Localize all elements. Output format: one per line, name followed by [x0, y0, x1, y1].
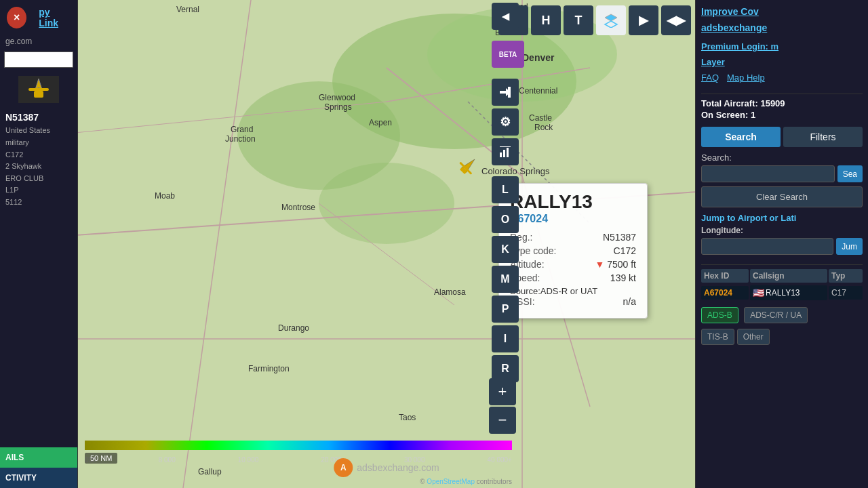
adsbexchange-link[interactable]: adsbexchange [701, 22, 863, 35]
copy-link[interactable]: py Link [33, 4, 75, 31]
td-hex: A67024 [701, 286, 749, 300]
svg-rect-48 [500, 152, 502, 157]
btn-login[interactable] [492, 79, 519, 106]
alt-label-2: 10 000 [238, 456, 259, 464]
svg-text:Moab: Moab [155, 191, 175, 201]
td-callsign: 🇺🇸 RALLY13 [750, 285, 827, 300]
svg-text:Gallup: Gallup [198, 467, 222, 476]
svg-rect-45 [500, 91, 507, 94]
svg-rect-1 [28, 88, 49, 91]
btn-t[interactable]: T [564, 5, 593, 35]
popup-source: Source:ADS-R or UAT [510, 286, 636, 296]
btn-m[interactable]: M [492, 266, 519, 293]
popup-rssi-value: n/a [623, 296, 636, 307]
divider-1 [701, 94, 863, 94]
btn-o[interactable]: O [492, 206, 519, 233]
jump-row: Jum [701, 238, 863, 255]
svg-rect-2 [34, 91, 43, 98]
source-btn-tisb[interactable]: TIS-B [701, 329, 734, 345]
ge-com-text: ge.com [0, 35, 77, 47]
btn-back[interactable]: ◀ [492, 3, 519, 30]
svg-text:Rock: Rock [534, 123, 553, 132]
total-aircraft-row: Total Aircraft: 15909 [701, 98, 863, 108]
svg-text:Springs: Springs [324, 102, 352, 112]
tab-details[interactable]: AILS [0, 447, 77, 468]
zoom-out-button[interactable]: − [489, 407, 516, 434]
td-type: C17 [829, 286, 863, 300]
filters-button[interactable]: Filters [783, 127, 863, 147]
svg-text:Glenwood: Glenwood [319, 93, 355, 102]
svg-text:Farmington: Farmington [248, 364, 290, 373]
sea-button[interactable]: Sea [837, 165, 863, 182]
scale-bar: 50 NM [85, 453, 117, 464]
map-container[interactable]: Vernal Loveland Boulder Denver Centennia… [78, 0, 695, 488]
btn-beta[interactable]: BETA [492, 41, 524, 68]
watermark-logo: A [334, 458, 353, 477]
btn-nav-right[interactable]: ▶ [629, 5, 658, 35]
jump-button[interactable]: Jum [836, 238, 863, 255]
svg-text:Castle: Castle [529, 113, 552, 123]
btn-h[interactable]: H [531, 5, 561, 35]
svg-text:Vernal: Vernal [176, 5, 199, 14]
source-row-2: TIS-B Other [701, 329, 863, 345]
aircraft-popup: RALLY13 A67024 Reg.: N51387 Type code: C… [498, 183, 648, 319]
th-callsign: Callsign [750, 269, 827, 283]
popup-reg-value: N51387 [603, 232, 636, 243]
th-type: Typ [829, 269, 863, 283]
btn-nav-leftright[interactable]: ◀▶ [661, 5, 691, 35]
popup-speed-value: 139 kt [610, 272, 636, 283]
close-button[interactable]: × [7, 7, 26, 28]
alt-label-1: 8 000 [159, 456, 176, 464]
map-background: Vernal Loveland Boulder Denver Centennia… [78, 0, 695, 488]
right-sidebar: Improve Cov adsbexchange Premium Login: … [695, 0, 868, 488]
svg-marker-0 [35, 79, 42, 89]
svg-text:Denver: Denver [522, 52, 555, 63]
svg-text:Centennial: Centennial [519, 86, 557, 96]
on-screen-row: On Screen: 1 [701, 110, 863, 120]
btn-settings[interactable]: ⚙ [492, 108, 519, 136]
btn-layers[interactable] [596, 5, 626, 35]
longitude-label: Longitude: [701, 226, 863, 235]
btn-p[interactable]: P [492, 296, 519, 323]
popup-type-value: C172 [614, 245, 636, 256]
map-help-link[interactable]: Map Help [727, 73, 765, 83]
left-input[interactable] [4, 52, 73, 68]
source-btn-adsb[interactable]: ADS-B [701, 307, 738, 323]
search-input[interactable] [701, 165, 835, 182]
altitude-labels: 000 8 000 10 000 20 000 30 000 40 000+ [85, 456, 512, 464]
sidebar-tabs: AILS CTIVITY [0, 447, 77, 488]
popup-altitude-value: ▼ 7500 ft [595, 259, 636, 270]
right-links: FAQ Map Help [701, 73, 863, 83]
popup-hex: A67024 [510, 213, 636, 225]
search-label: Search: [701, 152, 863, 163]
jump-input[interactable] [701, 238, 833, 255]
clear-search-button[interactable]: Clear Search [701, 186, 863, 207]
popup-reg-row: Reg.: N51387 [510, 232, 636, 243]
btn-i[interactable]: I [492, 325, 519, 352]
popup-altitude-row: Altitude: ▼ 7500 ft [510, 259, 636, 270]
improve-cov-link[interactable]: Improve Cov [701, 5, 863, 19]
btn-k[interactable]: K [492, 236, 519, 263]
search-button[interactable]: Search [701, 127, 781, 147]
source-btn-adsrc[interactable]: ADS-C/R / UA [744, 307, 808, 323]
btn-l[interactable]: L [492, 176, 519, 203]
tab-activity[interactable]: CTIVITY [0, 468, 77, 488]
zoom-in-button[interactable]: + [489, 378, 516, 405]
left-sidebar: × py Link ge.com N51387 United States mi… [0, 0, 78, 488]
flag-icon: 🇺🇸 [753, 287, 764, 298]
faq-link[interactable]: FAQ [701, 73, 719, 83]
source-btn-other[interactable]: Other [737, 329, 770, 345]
popup-callsign: RALLY13 [510, 192, 636, 213]
layer-link[interactable]: Layer [701, 57, 863, 67]
popup-type-row: Type code: C172 [510, 245, 636, 256]
zoom-controls: + − [489, 378, 516, 434]
btn-stats[interactable] [492, 138, 519, 165]
popup-speed-row: Speed: 139 kt [510, 272, 636, 283]
svg-rect-47 [508, 87, 511, 98]
premium-login[interactable]: Premium Login: m [701, 41, 863, 52]
svg-rect-51 [500, 146, 511, 147]
svg-text:Grand: Grand [231, 125, 253, 134]
table-row[interactable]: A67024 🇺🇸 RALLY13 C17 [701, 285, 863, 300]
table-header: Hex ID Callsign Typ [701, 269, 863, 283]
search-row: Sea [701, 165, 863, 182]
